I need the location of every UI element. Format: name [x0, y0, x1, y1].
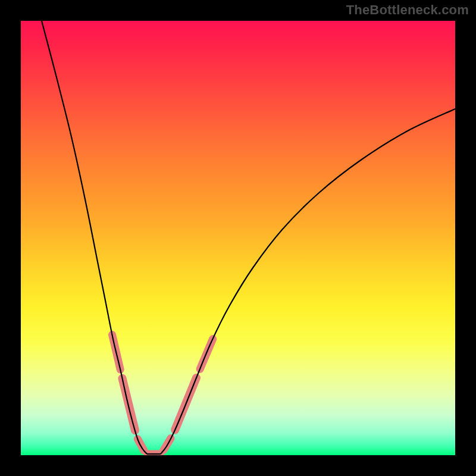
curve-right-branch	[161, 109, 455, 454]
chart-frame: TheBottleneck.com	[0, 0, 476, 476]
watermark-text: TheBottleneck.com	[346, 2, 469, 18]
curve-layer	[21, 21, 455, 455]
highlight-bands	[112, 335, 213, 454]
curve-left-branch	[42, 21, 147, 454]
plot-area	[21, 21, 455, 455]
